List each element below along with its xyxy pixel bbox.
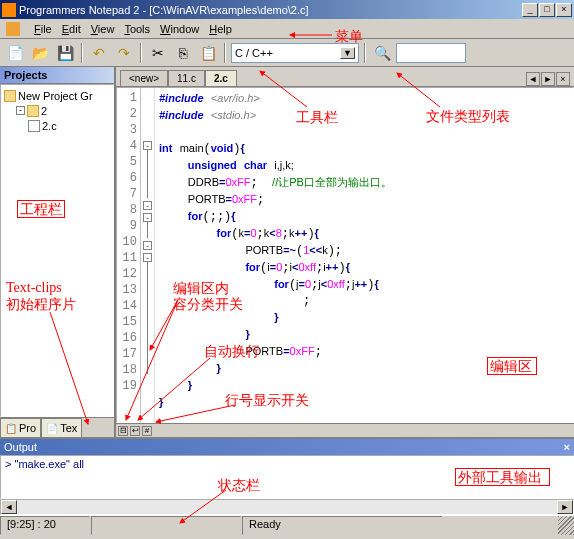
toolbar: 📄 📂 💾 ↶ ↷ ✂ ⎘ 📋 C / C++ ▼ 🔍 bbox=[0, 39, 574, 67]
undo-button[interactable]: ↶ bbox=[88, 42, 110, 64]
tab-projects[interactable]: 📋Pro bbox=[0, 418, 41, 437]
tab-new[interactable]: <new> bbox=[120, 70, 168, 86]
output-title: Output bbox=[4, 441, 37, 453]
tab-textclips[interactable]: 📄Tex bbox=[41, 418, 82, 437]
fold-toggle[interactable]: - bbox=[143, 213, 152, 222]
menubar: File Edit View Tools Window Help bbox=[0, 19, 574, 39]
close-button[interactable]: × bbox=[556, 3, 572, 17]
tab-nav-left[interactable]: ◄ bbox=[526, 72, 540, 86]
toggle-lineno[interactable]: # bbox=[142, 426, 152, 436]
maximize-button[interactable]: □ bbox=[539, 3, 555, 17]
window-title: Programmers Notepad 2 - [C:\WinAVR\examp… bbox=[19, 4, 522, 16]
menu-edit[interactable]: Edit bbox=[62, 23, 81, 35]
cut-button[interactable]: ✂ bbox=[147, 42, 169, 64]
tree-root-label: New Project Gr bbox=[18, 90, 93, 102]
open-button[interactable]: 📂 bbox=[29, 42, 51, 64]
fold-toggle[interactable]: - bbox=[143, 253, 152, 262]
file-icon bbox=[28, 120, 40, 132]
save-button[interactable]: 💾 bbox=[54, 42, 76, 64]
output-close[interactable]: × bbox=[564, 441, 570, 453]
menu-help[interactable]: Help bbox=[209, 23, 232, 35]
fold-toggle[interactable]: - bbox=[143, 201, 152, 210]
paste-button[interactable]: 📋 bbox=[197, 42, 219, 64]
tree-root[interactable]: New Project Gr bbox=[4, 88, 110, 103]
file-tabs: <new> 11.c 2.c ◄ ► × bbox=[116, 67, 574, 87]
project-panel: Projects New Project Gr - 2 2.c 📋Pro 📄Te… bbox=[0, 67, 116, 437]
project-tree[interactable]: New Project Gr - 2 2.c bbox=[0, 84, 114, 417]
project-panel-header: Projects bbox=[0, 67, 114, 84]
menu-window[interactable]: Window bbox=[160, 23, 199, 35]
folder-icon bbox=[4, 90, 16, 102]
scroll-left[interactable]: ◄ bbox=[1, 500, 17, 514]
collapse-icon[interactable]: - bbox=[16, 106, 25, 115]
tree-project[interactable]: - 2 bbox=[4, 103, 110, 118]
line-numbers: 12345678910111213141516171819 bbox=[117, 88, 141, 422]
tab-11c[interactable]: 11.c bbox=[168, 70, 205, 86]
output-text[interactable]: > "make.exe" all bbox=[0, 455, 574, 499]
editor-pane: <new> 11.c 2.c ◄ ► × 1234567891011121314… bbox=[116, 67, 574, 437]
redo-button[interactable]: ↷ bbox=[113, 42, 135, 64]
language-combo[interactable]: C / C++ ▼ bbox=[231, 43, 359, 63]
minimize-button[interactable]: _ bbox=[522, 3, 538, 17]
code-editor[interactable]: 12345678910111213141516171819 - - - - - … bbox=[116, 87, 574, 423]
editor-toggles: ⊟ ↩ # bbox=[116, 423, 574, 437]
resize-grip[interactable] bbox=[558, 516, 574, 535]
output-panel: Output × > "make.exe" all ◄ ► bbox=[0, 437, 574, 515]
toggle-fold[interactable]: ⊟ bbox=[118, 426, 128, 436]
fold-toggle[interactable]: - bbox=[143, 241, 152, 250]
status-blank bbox=[91, 516, 241, 535]
chevron-down-icon[interactable]: ▼ bbox=[340, 47, 355, 59]
tab-2c[interactable]: 2.c bbox=[205, 70, 237, 86]
tab-nav-right[interactable]: ► bbox=[541, 72, 555, 86]
status-ready: Ready bbox=[242, 516, 442, 535]
code-text[interactable]: #include <avr/io.h> #include <stdio.h> i… bbox=[155, 88, 573, 422]
copy-button[interactable]: ⎘ bbox=[172, 42, 194, 64]
tree-project-label: 2 bbox=[41, 105, 47, 117]
status-position: [9:25] : 20 bbox=[0, 516, 90, 535]
output-scrollbar[interactable]: ◄ ► bbox=[0, 499, 574, 515]
menu-file[interactable]: File bbox=[34, 23, 52, 35]
language-combo-value: C / C++ bbox=[235, 47, 273, 59]
folder-icon bbox=[27, 105, 39, 117]
toggle-wrap[interactable]: ↩ bbox=[130, 426, 140, 436]
new-button[interactable]: 📄 bbox=[4, 42, 26, 64]
statusbar: [9:25] : 20 Ready bbox=[0, 515, 574, 535]
scroll-right[interactable]: ► bbox=[557, 500, 573, 514]
menu-view[interactable]: View bbox=[91, 23, 115, 35]
side-tabs: 📋Pro 📄Tex bbox=[0, 417, 114, 437]
tab-close[interactable]: × bbox=[556, 72, 570, 86]
app-icon bbox=[2, 3, 16, 17]
fold-column[interactable]: - - - - - bbox=[141, 88, 155, 422]
output-header: Output × bbox=[0, 439, 574, 455]
search-button[interactable]: 🔍 bbox=[371, 42, 393, 64]
doc-icon bbox=[6, 22, 20, 36]
menu-tools[interactable]: Tools bbox=[124, 23, 150, 35]
window-titlebar: Programmers Notepad 2 - [C:\WinAVR\examp… bbox=[0, 0, 574, 19]
search-combo[interactable] bbox=[396, 43, 466, 63]
fold-toggle[interactable]: - bbox=[143, 141, 152, 150]
tree-file[interactable]: 2.c bbox=[4, 118, 110, 133]
tree-file-label: 2.c bbox=[42, 120, 57, 132]
